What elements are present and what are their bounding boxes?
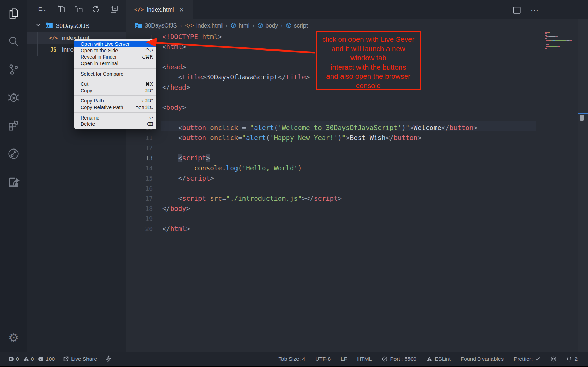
collapse-all-button[interactable] [109,5,119,15]
status-label: Tab Size: 4 [278,356,305,362]
split-editor-icon [512,5,522,15]
menu-item-copy[interactable]: Copy⌘C [74,87,156,94]
menu-item-label: Open with Live Server [81,41,130,47]
breadcrumb-label: 30DaysOfJS [145,22,177,29]
close-icon[interactable]: × [180,6,184,13]
menu-item-reveal-in-finder[interactable]: Reveal in Finder⌥⌘R [74,54,156,60]
ellipsis-icon: ⋯ [530,8,539,12]
refresh-button[interactable] [91,5,101,15]
activity-item-live-share[interactable] [0,144,27,165]
status-label: LF [341,356,347,362]
code-text: </head> [162,82,190,92]
folder-icon [45,22,53,30]
menu-item-label: Open in Terminal [81,61,118,66]
live-share-icon [7,147,20,161]
annotation-line: console [317,81,420,91]
line-number: 18 [126,204,153,214]
new-file-button[interactable] [56,5,66,15]
activity-item-settings[interactable]: ⚙ [0,327,27,349]
activity-item-source-control[interactable] [0,59,27,81]
minimap[interactable] [545,32,577,49]
status-live-share[interactable]: Live Share [63,356,97,362]
code-line-20: 20</html> [126,224,588,234]
activity-item-share[interactable] [0,171,27,193]
activity-item-run-debug[interactable] [0,87,27,109]
code-line-10: 10 <button onclick = "alert('Welcome to … [126,123,588,133]
menu-item-open-in-terminal[interactable]: Open in Terminal [74,60,156,67]
new-folder-button[interactable] [73,5,84,15]
export-icon [63,356,69,362]
status-notifications[interactable]: 2 [566,356,578,362]
code-line-12: 12 [126,143,588,153]
menu-item-label: Delete [81,121,95,127]
menu-item-label: Rename [81,115,99,121]
annotation-box: click on open with Live Severand it will… [316,31,421,90]
code-text: <body> [162,102,186,113]
breadcrumb-label: body [265,22,278,29]
breadcrumb-item-script[interactable]: script [286,22,308,29]
breadcrumb-label: script [294,22,308,29]
gear-icon: ⚙ [8,332,19,344]
menu-item-select-for-compare[interactable]: Select for Compare [74,70,156,77]
extensions-icon [7,120,20,133]
eslint-warning-icon [427,356,432,362]
activity-item-explorer[interactable] [0,3,27,25]
status-tab-size[interactable]: Tab Size: 4 [278,356,305,362]
menu-item-label: Open to the Side [81,48,118,53]
menu-separator [74,68,156,69]
menu-item-rename[interactable]: Rename↩ [74,114,156,121]
breadcrumb-label: index.html [196,22,223,29]
folder-row-30daysofjs[interactable]: 30DaysOfJS [27,20,126,32]
collapse-all-icon [110,5,119,15]
menu-item-open-with-live-server[interactable]: Open with Live Server [74,41,156,47]
menu-item-copy-path[interactable]: Copy Path⌥⌘C [74,98,156,104]
html-file-icon: </> [48,35,59,41]
split-editor-button[interactable] [512,5,522,15]
error-icon [8,356,14,362]
breadcrumb-separator: › [180,23,182,29]
breadcrumb-item-30DaysOfJS[interactable]: 30DaysOfJS [135,22,177,29]
code-line-19: 19 [126,214,588,224]
code-line-9: 9 [126,113,588,123]
status-encoding[interactable]: UTF-8 [315,356,331,362]
breadcrumb-item-body[interactable]: body [257,22,278,29]
menu-item-cut[interactable]: Cut⌘X [74,81,156,87]
status-label: Port : 5500 [390,356,416,362]
status-language-mode[interactable]: HTML [357,356,372,362]
problems-summary[interactable]: 00100 [8,356,57,362]
status-label: Found 0 variables [461,356,504,362]
menu-item-copy-relative-path[interactable]: Copy Relative Path⌥⇧⌘C [74,104,156,111]
status-live-server-port[interactable]: Port : 5500 [382,356,416,362]
status-eslint[interactable]: ESLint [427,356,451,362]
symbol-cube-icon [257,23,263,28]
breadcrumb-item-html[interactable]: html [231,22,249,29]
symbol-cube-icon [231,23,236,28]
breadcrumb-label: html [239,22,249,29]
status-prettier[interactable]: Prettier: [514,356,541,362]
menu-item-shortcut: ⌥⌘C [140,98,153,104]
code-line-15: 15 </script> [126,173,588,183]
overview-ruler[interactable] [578,19,588,352]
menu-separator [74,95,156,96]
menu-item-open-to-the-side[interactable]: Open to the Side^↩ [74,47,156,54]
more-actions-button[interactable]: ⋯ [529,5,540,15]
tab-bar: </> index.html × ⋯ [126,0,588,19]
menu-item-delete[interactable]: Delete⌫ [74,121,156,128]
activity-item-extensions[interactable] [0,116,27,137]
folder-icon [135,22,142,29]
scrollbar-thumb[interactable] [580,115,584,121]
code-text: <head> [162,62,186,72]
tab-index-html[interactable]: </> index.html × [126,0,193,19]
js-file-icon: JS [48,47,59,53]
status-eol[interactable]: LF [341,356,347,362]
status-feedback[interactable] [551,356,556,362]
breadcrumb-item-index.html[interactable]: </>index.html [185,22,223,29]
new-file-icon [56,5,66,15]
activity-item-search[interactable] [0,31,27,53]
chevron-down-icon [36,22,41,30]
line-number: 15 [126,173,153,183]
status-bolt[interactable] [106,355,111,362]
menu-item-shortcut: ⌘X [145,81,153,87]
status-variables[interactable]: Found 0 variables [461,356,504,362]
code-text: <script> [162,153,210,163]
